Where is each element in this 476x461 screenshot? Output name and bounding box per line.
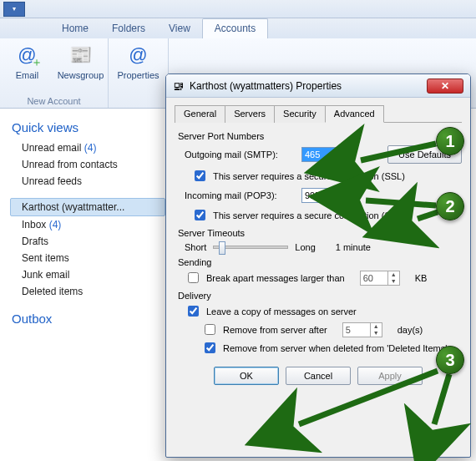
count: (4) [84,142,97,154]
email-account-label: Email [16,70,39,80]
break-apart-label: Break apart messages larger than [206,273,345,283]
leave-copy-checkbox[interactable] [188,306,199,317]
pop-port-input[interactable] [301,188,338,203]
smtp-label: Outgoing mail (SMTP): [185,149,301,160]
quick-access-toolbar: ▾ [0,0,476,18]
at-properties-icon: @ [125,42,152,68]
days-label: day(s) [398,325,423,335]
dlg-tab-advanced[interactable]: Advanced [325,105,384,123]
leave-copy-label: Leave a copy of messages on server [206,306,357,317]
properties-button[interactable]: @ Properties [115,42,162,80]
callout-2: 2 [436,192,464,220]
dialog-body: General Servers Security Advanced Server… [166,98,470,400]
ok-button[interactable]: OK [214,367,279,385]
pop-label: Incoming mail (POP3): [185,190,301,200]
break-size-spinner[interactable]: ▲▼ [360,271,400,286]
remove-after-label: Remove from server after [223,325,327,335]
app-menu-button[interactable]: ▾ [3,2,25,17]
timeout-slider[interactable] [213,246,288,249]
newsgroup-label: Newsgroup [58,70,104,80]
properties-dialog: 🖳 Karthost (wyattmatters) Properties ✕ G… [165,73,471,458]
timeouts-legend: Server Timeouts [175,228,462,238]
close-icon: ✕ [441,80,449,92]
timeout-long-label: Long [295,242,315,252]
sidebar-inbox[interactable]: Inbox (4) [10,216,165,233]
kb-label: KB [415,273,428,283]
timeout-value: 1 minute [336,242,371,252]
break-apart-checkbox[interactable] [188,272,199,283]
dialog-titlebar[interactable]: 🖳 Karthost (wyattmatters) Properties ✕ [166,74,470,98]
callout-3: 3 [436,346,464,374]
dialog-icon: 🖳 [173,79,185,93]
dialog-title-text: Karthost (wyattmatters) Properties [190,80,342,92]
sidebar-unread-email[interactable]: Unread email (4) [10,139,165,156]
callout-1: 1 [436,127,464,155]
sidebar-account[interactable]: Karthost (wyattmatter... [10,198,165,216]
dlg-tab-servers[interactable]: Servers [225,105,275,123]
sidebar-deleted[interactable]: Deleted items [10,283,165,300]
outbox-header[interactable]: Outbox [12,312,165,326]
at-email-icon: @＋ [14,42,41,68]
folder-pane: Quick views Unread email (4) Unread from… [0,109,175,337]
close-button[interactable]: ✕ [427,79,463,94]
quick-views-header[interactable]: Quick views [12,120,165,134]
pop-ssl-checkbox[interactable] [195,210,205,220]
ribbon-group-new-account: @＋ Email 📰 Newsgroup New Account [0,38,109,108]
newsgroup-button[interactable]: 📰 Newsgroup [58,42,104,80]
break-size-input[interactable] [361,271,387,285]
count: (4) [49,219,62,230]
cancel-button[interactable]: Cancel [286,367,351,385]
apply-button[interactable]: Apply [357,367,423,385]
remove-deleted-checkbox[interactable] [205,342,215,353]
remove-after-input[interactable] [343,323,370,337]
smtp-port-input[interactable] [301,147,338,162]
smtp-ssl-checkbox[interactable] [195,170,205,181]
slider-thumb[interactable] [219,241,225,255]
sending-legend: Sending [175,257,462,267]
tab-accounts[interactable]: Accounts [202,18,268,38]
newsgroup-icon: 📰 [68,42,94,68]
remove-after-spinner[interactable]: ▲▼ [342,322,382,337]
dlg-tab-security[interactable]: Security [274,105,326,123]
sidebar-drafts[interactable]: Drafts [10,233,165,250]
label: Unread email [22,142,81,154]
spn-legend: Server Port Numbers [175,131,462,141]
sidebar-sent[interactable]: Sent items [10,250,165,266]
ribbon-group-title: New Account [27,96,80,106]
properties-label: Properties [117,70,159,80]
pop-ssl-label: This server requires a secure connection… [213,210,405,220]
tab-home[interactable]: Home [50,19,100,38]
smtp-ssl-label: This server requires a secure connection… [213,171,405,181]
delivery-legend: Delivery [175,291,462,301]
email-account-button[interactable]: @＋ Email [4,42,51,80]
remove-deleted-label: Remove from server when deleted from 'De… [223,343,447,353]
ribbon-group-properties: @ Properties [109,38,169,108]
ribbon-tabs: Home Folders View Accounts [0,18,476,38]
tab-folders[interactable]: Folders [100,19,157,38]
sidebar-junk[interactable]: Junk email [10,266,165,283]
remove-after-checkbox[interactable] [205,324,215,335]
sidebar-unread-feeds[interactable]: Unread feeds [10,173,165,190]
sidebar-unread-contacts[interactable]: Unread from contacts [10,156,165,173]
dialog-tabs: General Servers Security Advanced [175,104,462,123]
tab-view[interactable]: View [157,19,202,38]
timeout-short-label: Short [185,242,206,252]
label: Inbox [22,219,46,230]
dialog-button-row: OK Cancel Apply [175,358,462,393]
dlg-tab-general[interactable]: General [175,105,225,123]
menu-icon: ▾ [13,5,16,13]
